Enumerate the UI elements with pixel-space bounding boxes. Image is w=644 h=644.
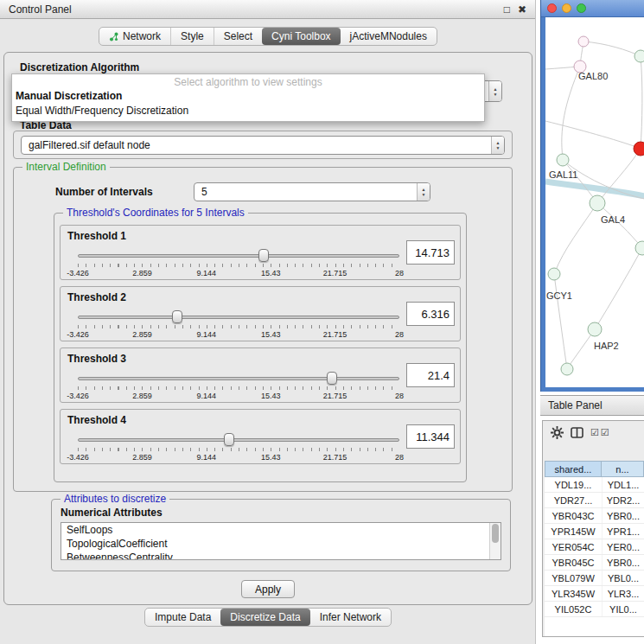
tick-label: 28 <box>395 392 404 400</box>
algorithm-group-title: Discretization Algorithm <box>20 61 139 73</box>
slider-tick-marks <box>78 325 399 328</box>
table-row[interactable]: YIL052CYIL0... <box>545 602 644 617</box>
table-cell: YDL1... <box>602 477 644 492</box>
threshold-value-field[interactable]: 6.316 <box>406 302 455 326</box>
tick-label: 21.715 <box>323 330 348 339</box>
threshold-slider[interactable]: -3.4262.8599.14415.4321.71528 <box>78 430 399 463</box>
tab-jactivemnodules[interactable]: jActiveMNodules <box>341 28 437 45</box>
threshold-value-field[interactable]: 21.4 <box>406 363 455 387</box>
tab-label: Style <box>181 30 204 42</box>
threshold-slider[interactable]: -3.4262.8599.14415.4321.71528 <box>78 246 399 279</box>
tick-label: 15.43 <box>261 392 281 400</box>
attribute-list-item[interactable]: SelfLoops <box>61 523 501 537</box>
attributes-group-title: Attributes to discretize <box>61 493 169 505</box>
attributes-list[interactable]: SelfLoopsTopologicalCoefficientBetweenne… <box>61 522 501 560</box>
tick-label: 9.144 <box>197 330 217 339</box>
network-node <box>578 36 589 47</box>
tab-cyni-toolbox[interactable]: Cyni Toolbox <box>262 28 340 45</box>
attributes-list-items: SelfLoopsTopologicalCoefficientBetweenne… <box>61 523 501 560</box>
slider-tick-labels: -3.4262.8599.14415.4321.71528 <box>78 453 399 462</box>
table-row[interactable]: YBR043CYBR0... <box>545 508 644 524</box>
threshold-value-field[interactable]: 14.713 <box>406 240 455 265</box>
slider-track[interactable] <box>78 377 399 380</box>
gear-icon[interactable] <box>551 426 564 439</box>
num-intervals-select[interactable]: 5 ▲ ▼ <box>194 182 430 201</box>
column-header[interactable]: shared... <box>545 461 602 477</box>
table-row[interactable]: YER054CYER0... <box>545 539 644 555</box>
close-traffic-light-icon[interactable] <box>547 3 557 13</box>
network-canvas[interactable]: GAL80GAL11GAL4GCY1HAP2 <box>545 17 644 387</box>
tab-impute-data[interactable]: Impute Data <box>145 609 220 626</box>
table-row[interactable]: YDR27...YDR2... <box>545 493 644 508</box>
network-node <box>588 322 602 336</box>
network-nodes[interactable] <box>548 36 644 375</box>
dropdown-option[interactable]: Equal Width/Frequency Discretization <box>12 104 484 118</box>
slider-thumb[interactable] <box>172 310 182 323</box>
threshold-label: Threshold 3 <box>67 353 126 365</box>
zoom-traffic-light-icon[interactable] <box>577 3 586 13</box>
stepper-down-icon: ▼ <box>422 192 426 197</box>
table-row[interactable]: YDL19...YDL1... <box>545 477 644 493</box>
interval-definition-title: Interval Definition <box>22 161 110 173</box>
minimize-traffic-light-icon[interactable] <box>562 3 571 13</box>
attributes-group: Attributes to discretize Numerical Attri… <box>51 499 511 571</box>
num-intervals-value: 5 <box>194 186 207 198</box>
table-cell: YLR3... <box>602 586 644 601</box>
slider-thumb[interactable] <box>327 372 337 385</box>
network-node <box>590 195 605 211</box>
table-data-select[interactable]: galFiltered.sif default node ▲ ▼ <box>21 136 505 155</box>
slider-track[interactable] <box>78 254 399 258</box>
network-window-titlebar[interactable] <box>541 0 644 17</box>
table-cell: YPR145W <box>545 524 602 539</box>
slider-track[interactable] <box>78 316 399 319</box>
dropdown-option[interactable]: Manual Discretization <box>12 89 484 104</box>
tick-label: 28 <box>395 453 404 462</box>
network-view-window: GAL80GAL11GAL4GCY1HAP2 <box>540 0 644 392</box>
tab-style[interactable]: Style <box>170 28 214 45</box>
attributes-scrollbar[interactable] <box>489 523 501 559</box>
slider-tick-marks <box>78 386 399 390</box>
network-node <box>635 241 644 255</box>
stepper-down-icon: ▼ <box>496 145 501 150</box>
attribute-list-item[interactable]: BetweennessCentrality <box>61 551 501 560</box>
tab-network[interactable]: Network <box>99 28 170 45</box>
tab-infer-network[interactable]: Infer Network <box>310 609 391 626</box>
apply-button[interactable]: Apply <box>241 580 295 598</box>
thresholds-group: Threshold's Coordinates for 5 Intervals … <box>54 213 467 482</box>
tick-label: 2.859 <box>132 392 152 400</box>
network-node <box>561 363 573 375</box>
table-data-group: galFiltered.sif default node ▲ ▼ <box>13 131 513 159</box>
columns-icon[interactable] <box>571 427 583 438</box>
algorithm-dropdown: Select algorithm to view settings Manual… <box>11 73 485 122</box>
table-browser-window: ☑☑ shared...n... YDL19...YDL1...YDR27...… <box>542 420 644 637</box>
slider-tick-marks <box>78 448 399 451</box>
table-row[interactable]: YBL079WYBL0... <box>545 571 644 586</box>
tick-label: 9.144 <box>197 392 217 400</box>
table-row[interactable]: YPR145WYPR1... <box>545 524 644 539</box>
control-panel-titlebar[interactable]: Control Panel □ ✖ <box>0 0 535 19</box>
select-checkboxes-icon[interactable]: ☑☑ <box>590 427 611 438</box>
tick-label: 28 <box>395 330 404 339</box>
threshold-slider[interactable]: -3.4262.8599.14415.4321.71528 <box>78 308 399 341</box>
scrollbar-thumb[interactable] <box>492 524 499 543</box>
column-header[interactable]: n... <box>602 461 644 477</box>
close-window-icon[interactable]: ✖ <box>518 4 526 15</box>
table-panel-header[interactable]: Table Panel <box>540 395 644 416</box>
tick-label: 2.859 <box>132 269 152 277</box>
table-cell: YER054C <box>545 539 602 554</box>
slider-track[interactable] <box>78 438 399 442</box>
slider-thumb[interactable] <box>258 249 269 262</box>
attribute-list-item[interactable]: TopologicalCoefficient <box>61 537 501 551</box>
table-cell: YBR0... <box>602 555 644 570</box>
tab-select[interactable]: Select <box>214 28 262 45</box>
threshold-value-field[interactable]: 11.344 <box>406 424 455 449</box>
table-cell: YIL052C <box>545 602 602 616</box>
table-row[interactable]: YBR045CYBR0... <box>545 555 644 571</box>
table-toolbar: ☑☑ <box>543 421 644 443</box>
float-window-icon[interactable]: □ <box>504 4 510 15</box>
threshold-slider[interactable]: -3.4262.8599.14415.4321.71528 <box>78 369 399 402</box>
table-row[interactable]: YLR345WYLR3... <box>545 586 644 602</box>
tab-discretize-data[interactable]: Discretize Data <box>220 609 309 626</box>
tick-label: 9.144 <box>197 453 217 462</box>
slider-thumb[interactable] <box>224 433 234 446</box>
